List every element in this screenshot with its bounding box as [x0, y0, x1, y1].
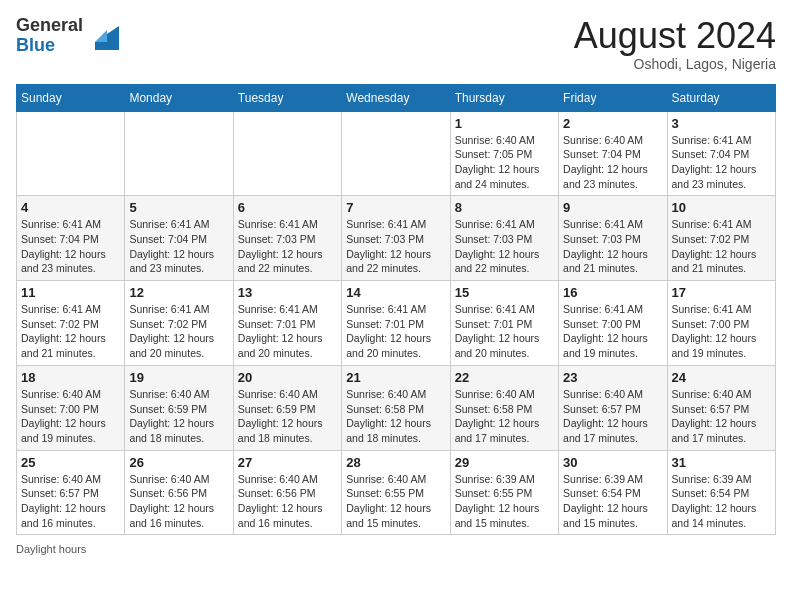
calendar-cell: 4Sunrise: 6:41 AMSunset: 7:04 PMDaylight…	[17, 196, 125, 281]
day-number: 25	[21, 455, 120, 470]
calendar-cell	[125, 111, 233, 196]
day-info: Sunrise: 6:41 AMSunset: 7:04 PMDaylight:…	[129, 217, 228, 276]
calendar-cell: 26Sunrise: 6:40 AMSunset: 6:56 PMDayligh…	[125, 450, 233, 535]
day-of-week-header: Saturday	[667, 84, 775, 111]
page-header: General Blue August 2024 Oshodi, Lagos, …	[16, 16, 776, 72]
calendar-cell: 21Sunrise: 6:40 AMSunset: 6:58 PMDayligh…	[342, 365, 450, 450]
calendar-cell: 28Sunrise: 6:40 AMSunset: 6:55 PMDayligh…	[342, 450, 450, 535]
daylight-label: Daylight hours	[16, 543, 86, 555]
day-number: 10	[672, 200, 771, 215]
calendar-cell: 24Sunrise: 6:40 AMSunset: 6:57 PMDayligh…	[667, 365, 775, 450]
day-of-week-header: Monday	[125, 84, 233, 111]
calendar-cell: 8Sunrise: 6:41 AMSunset: 7:03 PMDaylight…	[450, 196, 558, 281]
calendar-cell: 6Sunrise: 6:41 AMSunset: 7:03 PMDaylight…	[233, 196, 341, 281]
day-info: Sunrise: 6:41 AMSunset: 7:02 PMDaylight:…	[21, 302, 120, 361]
calendar-cell: 27Sunrise: 6:40 AMSunset: 6:56 PMDayligh…	[233, 450, 341, 535]
day-number: 18	[21, 370, 120, 385]
day-number: 6	[238, 200, 337, 215]
day-number: 4	[21, 200, 120, 215]
logo-general: General	[16, 15, 83, 35]
calendar-cell: 19Sunrise: 6:40 AMSunset: 6:59 PMDayligh…	[125, 365, 233, 450]
month-year: August 2024	[574, 16, 776, 56]
day-info: Sunrise: 6:40 AMSunset: 6:56 PMDaylight:…	[238, 472, 337, 531]
day-info: Sunrise: 6:40 AMSunset: 6:55 PMDaylight:…	[346, 472, 445, 531]
calendar-cell: 23Sunrise: 6:40 AMSunset: 6:57 PMDayligh…	[559, 365, 667, 450]
day-number: 16	[563, 285, 662, 300]
calendar-week-row: 11Sunrise: 6:41 AMSunset: 7:02 PMDayligh…	[17, 281, 776, 366]
day-info: Sunrise: 6:40 AMSunset: 6:58 PMDaylight:…	[346, 387, 445, 446]
day-info: Sunrise: 6:41 AMSunset: 7:03 PMDaylight:…	[563, 217, 662, 276]
day-number: 15	[455, 285, 554, 300]
day-info: Sunrise: 6:41 AMSunset: 7:01 PMDaylight:…	[455, 302, 554, 361]
calendar-cell: 3Sunrise: 6:41 AMSunset: 7:04 PMDaylight…	[667, 111, 775, 196]
day-info: Sunrise: 6:39 AMSunset: 6:54 PMDaylight:…	[672, 472, 771, 531]
day-number: 14	[346, 285, 445, 300]
day-info: Sunrise: 6:40 AMSunset: 7:05 PMDaylight:…	[455, 133, 554, 192]
title-block: August 2024 Oshodi, Lagos, Nigeria	[574, 16, 776, 72]
calendar-week-row: 25Sunrise: 6:40 AMSunset: 6:57 PMDayligh…	[17, 450, 776, 535]
logo-blue: Blue	[16, 35, 55, 55]
calendar-cell: 2Sunrise: 6:40 AMSunset: 7:04 PMDaylight…	[559, 111, 667, 196]
logo: General Blue	[16, 16, 119, 56]
calendar-cell: 5Sunrise: 6:41 AMSunset: 7:04 PMDaylight…	[125, 196, 233, 281]
day-info: Sunrise: 6:41 AMSunset: 7:02 PMDaylight:…	[129, 302, 228, 361]
day-number: 23	[563, 370, 662, 385]
calendar-cell: 12Sunrise: 6:41 AMSunset: 7:02 PMDayligh…	[125, 281, 233, 366]
day-number: 30	[563, 455, 662, 470]
day-of-week-header: Thursday	[450, 84, 558, 111]
day-number: 7	[346, 200, 445, 215]
day-info: Sunrise: 6:41 AMSunset: 7:01 PMDaylight:…	[238, 302, 337, 361]
day-number: 11	[21, 285, 120, 300]
calendar-cell: 14Sunrise: 6:41 AMSunset: 7:01 PMDayligh…	[342, 281, 450, 366]
calendar-cell: 1Sunrise: 6:40 AMSunset: 7:05 PMDaylight…	[450, 111, 558, 196]
day-number: 2	[563, 116, 662, 131]
day-number: 1	[455, 116, 554, 131]
day-number: 3	[672, 116, 771, 131]
calendar-week-row: 1Sunrise: 6:40 AMSunset: 7:05 PMDaylight…	[17, 111, 776, 196]
day-number: 26	[129, 455, 228, 470]
calendar-cell: 18Sunrise: 6:40 AMSunset: 7:00 PMDayligh…	[17, 365, 125, 450]
svg-marker-1	[95, 30, 107, 42]
day-number: 5	[129, 200, 228, 215]
day-info: Sunrise: 6:41 AMSunset: 7:03 PMDaylight:…	[346, 217, 445, 276]
day-info: Sunrise: 6:40 AMSunset: 6:57 PMDaylight:…	[672, 387, 771, 446]
calendar-table: SundayMondayTuesdayWednesdayThursdayFrid…	[16, 84, 776, 536]
calendar-cell: 29Sunrise: 6:39 AMSunset: 6:55 PMDayligh…	[450, 450, 558, 535]
calendar-cell	[17, 111, 125, 196]
day-number: 29	[455, 455, 554, 470]
day-info: Sunrise: 6:40 AMSunset: 6:56 PMDaylight:…	[129, 472, 228, 531]
day-info: Sunrise: 6:41 AMSunset: 7:03 PMDaylight:…	[238, 217, 337, 276]
calendar-cell: 9Sunrise: 6:41 AMSunset: 7:03 PMDaylight…	[559, 196, 667, 281]
day-info: Sunrise: 6:41 AMSunset: 7:00 PMDaylight:…	[672, 302, 771, 361]
day-info: Sunrise: 6:41 AMSunset: 7:04 PMDaylight:…	[21, 217, 120, 276]
day-number: 20	[238, 370, 337, 385]
day-of-week-header: Tuesday	[233, 84, 341, 111]
calendar-cell: 31Sunrise: 6:39 AMSunset: 6:54 PMDayligh…	[667, 450, 775, 535]
calendar-cell: 22Sunrise: 6:40 AMSunset: 6:58 PMDayligh…	[450, 365, 558, 450]
day-number: 28	[346, 455, 445, 470]
day-info: Sunrise: 6:41 AMSunset: 7:00 PMDaylight:…	[563, 302, 662, 361]
day-number: 31	[672, 455, 771, 470]
calendar-cell	[233, 111, 341, 196]
calendar-cell: 10Sunrise: 6:41 AMSunset: 7:02 PMDayligh…	[667, 196, 775, 281]
day-number: 8	[455, 200, 554, 215]
calendar-week-row: 18Sunrise: 6:40 AMSunset: 7:00 PMDayligh…	[17, 365, 776, 450]
calendar-cell: 25Sunrise: 6:40 AMSunset: 6:57 PMDayligh…	[17, 450, 125, 535]
day-info: Sunrise: 6:41 AMSunset: 7:02 PMDaylight:…	[672, 217, 771, 276]
calendar-cell: 16Sunrise: 6:41 AMSunset: 7:00 PMDayligh…	[559, 281, 667, 366]
day-info: Sunrise: 6:40 AMSunset: 6:59 PMDaylight:…	[238, 387, 337, 446]
day-info: Sunrise: 6:41 AMSunset: 7:04 PMDaylight:…	[672, 133, 771, 192]
day-info: Sunrise: 6:39 AMSunset: 6:54 PMDaylight:…	[563, 472, 662, 531]
calendar-header-row: SundayMondayTuesdayWednesdayThursdayFrid…	[17, 84, 776, 111]
day-of-week-header: Wednesday	[342, 84, 450, 111]
day-number: 21	[346, 370, 445, 385]
day-info: Sunrise: 6:40 AMSunset: 6:59 PMDaylight:…	[129, 387, 228, 446]
calendar-cell	[342, 111, 450, 196]
calendar-cell: 7Sunrise: 6:41 AMSunset: 7:03 PMDaylight…	[342, 196, 450, 281]
day-number: 13	[238, 285, 337, 300]
day-number: 24	[672, 370, 771, 385]
logo-icon	[87, 22, 119, 50]
day-number: 19	[129, 370, 228, 385]
calendar-cell: 15Sunrise: 6:41 AMSunset: 7:01 PMDayligh…	[450, 281, 558, 366]
calendar-cell: 11Sunrise: 6:41 AMSunset: 7:02 PMDayligh…	[17, 281, 125, 366]
